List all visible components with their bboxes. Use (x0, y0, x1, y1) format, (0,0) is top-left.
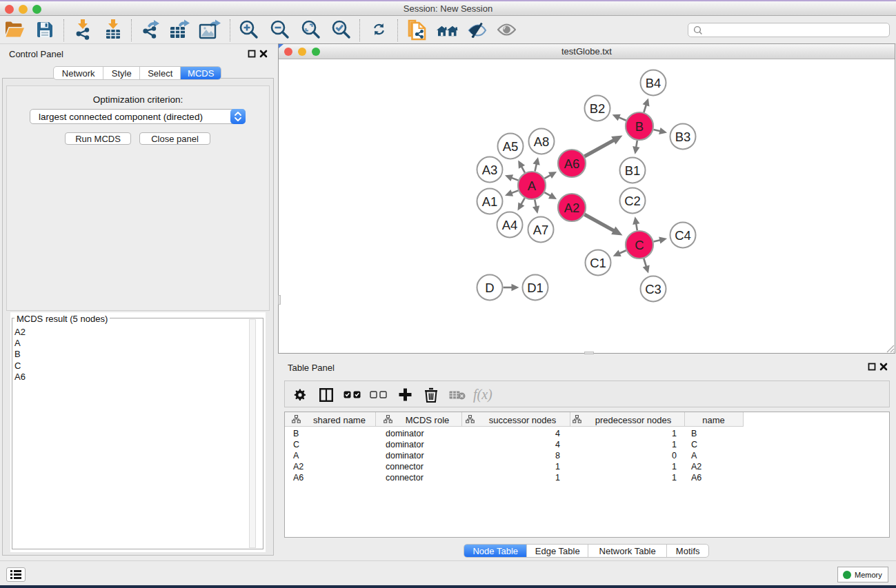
svg-text:A8: A8 (534, 134, 550, 149)
svg-text:A7: A7 (533, 223, 549, 237)
svg-text:B1: B1 (625, 163, 641, 178)
svg-text:B4: B4 (646, 76, 661, 90)
svg-text:A4: A4 (502, 218, 518, 232)
svg-text:D: D (485, 281, 494, 295)
svg-text:D1: D1 (527, 281, 544, 295)
svg-text:C1: C1 (590, 256, 606, 270)
svg-text:B3: B3 (675, 130, 691, 144)
svg-text:A3: A3 (482, 163, 498, 177)
svg-text:B: B (635, 119, 644, 134)
svg-text:C2: C2 (624, 194, 641, 208)
svg-text:A: A (528, 179, 537, 193)
svg-text:B2: B2 (590, 101, 606, 116)
svg-text:C4: C4 (675, 228, 691, 243)
svg-text:A6: A6 (564, 156, 580, 171)
svg-text:A5: A5 (503, 139, 519, 154)
svg-text:A2: A2 (564, 201, 580, 215)
svg-text:C3: C3 (645, 282, 661, 296)
svg-text:C: C (635, 238, 644, 252)
svg-text:A1: A1 (482, 194, 498, 209)
